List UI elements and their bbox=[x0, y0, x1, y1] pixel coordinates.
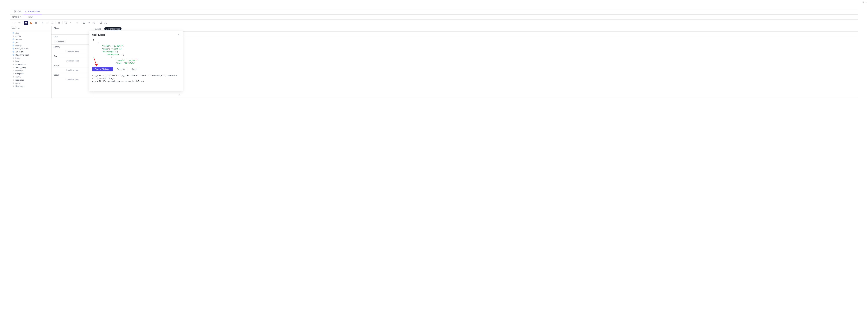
chart-tab-label: Chart 1 bbox=[12, 16, 19, 18]
undo-button[interactable]: ↶ bbox=[12, 21, 17, 25]
field-item[interactable]: #count bbox=[10, 82, 51, 85]
field-item[interactable]: am or pm bbox=[10, 50, 51, 53]
tab-visualization-label: Visualization bbox=[28, 10, 40, 13]
stack-button[interactable] bbox=[34, 21, 38, 25]
field-item[interactable]: #hour bbox=[10, 60, 51, 63]
shelf-color-label: Color bbox=[52, 35, 93, 39]
shelf-opacity-label: Opacity bbox=[52, 44, 93, 49]
field-item[interactable]: #Row count bbox=[10, 85, 51, 88]
field-label: am or pm bbox=[16, 51, 24, 53]
number-icon: # bbox=[12, 76, 14, 78]
shelf-color[interactable]: Color season bbox=[52, 35, 93, 44]
shelf-opacity[interactable]: Opacity Drop Field Here bbox=[52, 44, 93, 54]
field-item[interactable]: #humidity bbox=[10, 69, 51, 72]
field-label: winspeed bbox=[16, 72, 24, 75]
number-icon: # bbox=[12, 79, 14, 81]
svg-rect-1 bbox=[30, 22, 31, 24]
svg-rect-4 bbox=[35, 22, 37, 23]
close-icon[interactable]: ✕ bbox=[178, 33, 180, 36]
nominal-icon bbox=[12, 48, 14, 50]
code-output[interactable]: vis_spec = """[{"visId":"gw_rZy5","name"… bbox=[92, 74, 180, 89]
axes-resize-button[interactable] bbox=[57, 21, 61, 25]
svg-point-12 bbox=[66, 23, 67, 23]
shelf-shape[interactable]: Shape Drop Field Here bbox=[52, 63, 93, 73]
shelves-panel: Filters Color season Opacity Drop Field … bbox=[52, 26, 93, 98]
field-item[interactable]: year bbox=[10, 41, 51, 44]
modal-title: Code Export bbox=[92, 33, 105, 36]
field-label: registered bbox=[16, 79, 24, 81]
number-icon: # bbox=[12, 85, 14, 87]
tab-visualization[interactable]: Visualization bbox=[23, 9, 41, 14]
export-as-button[interactable]: Export As bbox=[114, 67, 127, 71]
coordinate-button[interactable] bbox=[75, 21, 80, 25]
tab-data-label: Data bbox=[17, 10, 21, 13]
field-item[interactable]: #month bbox=[10, 35, 51, 38]
edit-icon[interactable]: ✎ bbox=[20, 16, 22, 18]
chip-label: season bbox=[58, 41, 64, 43]
format-button[interactable] bbox=[69, 21, 73, 25]
field-list-panel: Field List date#monthseasonyearholidaywo… bbox=[10, 26, 52, 98]
nominal-icon bbox=[12, 54, 14, 56]
x-axis-pill[interactable]: Day of the week bbox=[104, 27, 122, 30]
nominal-icon bbox=[12, 44, 14, 47]
shelf-details[interactable]: Details Drop Field Here bbox=[52, 73, 93, 82]
profile-button[interactable] bbox=[103, 21, 107, 25]
field-label: work yes or not bbox=[16, 48, 28, 50]
svg-point-13 bbox=[65, 24, 65, 24]
svg-rect-6 bbox=[35, 23, 37, 24]
config-button[interactable] bbox=[92, 21, 96, 25]
number-icon: # bbox=[12, 72, 14, 75]
field-item[interactable]: season bbox=[10, 38, 51, 41]
chart-tab-1[interactable]: Chart 1 ✎ bbox=[10, 14, 24, 20]
nominal-icon bbox=[12, 51, 14, 53]
info-icon[interactable]: i bbox=[863, 1, 864, 4]
redo-button[interactable]: ↷ bbox=[17, 21, 21, 25]
chart-tabs: Chart 1 ✎ + New bbox=[10, 14, 858, 20]
field-label: count bbox=[16, 82, 20, 84]
resize-handle-icon[interactable] bbox=[178, 88, 180, 90]
field-item[interactable]: work yes or not bbox=[10, 47, 51, 50]
field-item[interactable]: holiday bbox=[10, 44, 51, 47]
new-chart-button[interactable]: + New bbox=[24, 14, 35, 20]
code-export-button[interactable] bbox=[99, 21, 103, 25]
export-image-button[interactable] bbox=[82, 21, 86, 25]
trash-icon[interactable] bbox=[55, 41, 57, 43]
svg-point-9 bbox=[66, 22, 67, 22]
field-item[interactable]: #feeling_temp bbox=[10, 66, 51, 69]
field-item[interactable]: Day of the week bbox=[10, 53, 51, 56]
shelf-filters[interactable]: Filters bbox=[52, 26, 93, 35]
sort-desc-button[interactable] bbox=[50, 21, 54, 25]
field-label: hour bbox=[16, 60, 19, 62]
drop-placeholder: Drop Field Here bbox=[54, 50, 91, 53]
export-dropdown-button[interactable]: ▾ bbox=[87, 21, 91, 25]
field-label: index bbox=[16, 57, 20, 59]
field-list-header: Field List bbox=[10, 26, 51, 31]
shelf-filters-label: Filters bbox=[52, 26, 93, 34]
field-label: Day of the week bbox=[16, 54, 29, 56]
number-icon: # bbox=[12, 82, 14, 84]
cancel-button[interactable]: Cancel bbox=[129, 67, 140, 71]
transpose-button[interactable] bbox=[40, 21, 44, 25]
aggregation-button[interactable] bbox=[24, 21, 28, 25]
copy-to-clipboard-button[interactable]: Copy to Clipboard bbox=[92, 67, 113, 71]
svg-rect-2 bbox=[31, 22, 31, 24]
field-label: season bbox=[16, 38, 22, 40]
number-icon: # bbox=[12, 60, 14, 62]
field-item[interactable]: date bbox=[10, 31, 51, 35]
mark-type-button[interactable] bbox=[29, 21, 33, 25]
field-item[interactable]: #registered bbox=[10, 78, 51, 82]
x-axis-row[interactable]: X-Axis Day of the week bbox=[93, 26, 858, 32]
y-axis-row[interactable]: Y registered sum ▾ bbox=[93, 32, 858, 37]
shelf-size[interactable]: Size Drop Field Here bbox=[52, 54, 93, 63]
code-preview[interactable]: [ { "visId": "gw_rZy5", "name": "Chart 1… bbox=[92, 38, 180, 65]
field-item[interactable]: #index bbox=[10, 56, 51, 60]
menu-icon[interactable]: ≡ bbox=[865, 1, 867, 4]
sort-asc-button[interactable] bbox=[45, 21, 50, 25]
field-item[interactable]: #winspeed bbox=[10, 72, 51, 75]
layout-button[interactable] bbox=[64, 21, 68, 25]
field-item[interactable]: #temperature bbox=[10, 63, 51, 66]
shelf-size-label: Size bbox=[52, 54, 93, 58]
color-chip-season[interactable]: season bbox=[54, 40, 65, 43]
field-item[interactable]: #casual bbox=[10, 75, 51, 78]
tab-data[interactable]: Data bbox=[12, 9, 23, 14]
